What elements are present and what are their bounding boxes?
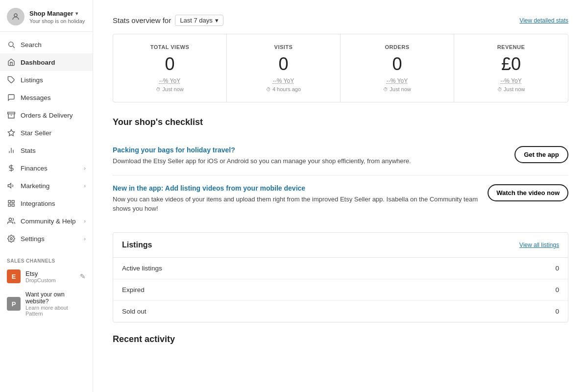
stat-yoy-orders[interactable]: --% YoY	[348, 77, 446, 84]
shop-avatar	[7, 8, 24, 25]
active-listings-value: 0	[555, 265, 559, 272]
svg-rect-11	[8, 200, 11, 203]
listings-title: Listings	[122, 241, 152, 249]
stat-value-total-views: 0	[121, 54, 219, 74]
shop-info: Shop Manager ▾ Your shop is on holiday	[29, 10, 85, 24]
stats-timeframe-dropdown[interactable]: Last 7 days ▾	[175, 15, 223, 26]
stat-card-orders: ORDERS 0 --% YoY ⏱ Just now	[341, 34, 454, 102]
active-listings-label: Active listings	[122, 265, 162, 272]
pattern-logo: P	[7, 297, 21, 311]
pattern-channel-sub: Learn more about Pattern	[25, 305, 86, 317]
listing-row-active: Active listings 0	[113, 258, 568, 279]
people-icon	[7, 217, 16, 225]
sidebar-item-star-seller[interactable]: Star Seller	[0, 124, 93, 142]
get-app-button[interactable]: Get the app	[514, 146, 568, 163]
sidebar: Shop Manager ▾ Your shop is on holiday S…	[0, 0, 93, 392]
view-detailed-stats-link[interactable]: View detailed stats	[519, 17, 568, 24]
sidebar-item-listings[interactable]: Listings	[0, 71, 93, 89]
etsy-channel-sub: DropCustom	[25, 277, 75, 283]
checklist-item-video: New in the app: Add listing videos from …	[113, 175, 568, 222]
sidebar-item-search[interactable]: Search	[0, 36, 93, 53]
stat-card-total-views: TOTAL VIEWS 0 --% YoY ⏱ Just now	[113, 34, 227, 102]
clock-icon: ⏱	[383, 87, 388, 92]
sidebar-item-finances[interactable]: Finances ›	[0, 159, 93, 177]
sidebar-item-stats[interactable]: Stats	[0, 142, 93, 159]
clock-icon: ⏱	[266, 87, 271, 92]
stats-grid: TOTAL VIEWS 0 --% YoY ⏱ Just now VISITS …	[113, 34, 568, 102]
stat-yoy-total-views[interactable]: --% YoY	[121, 77, 219, 84]
bank-icon	[7, 164, 16, 172]
pattern-channel-name: Want your own website?	[25, 291, 86, 305]
stat-yoy-revenue[interactable]: --% YoY	[462, 77, 560, 84]
chevron-right-icon: ›	[84, 218, 86, 224]
chevron-right-icon: ›	[84, 236, 86, 242]
sold-out-value: 0	[555, 308, 559, 315]
listings-header: Listings View all listings	[113, 233, 568, 258]
stats-overview-header: Stats overview for Last 7 days ▾ View de…	[113, 15, 568, 26]
checklist-item-packing-desc: Download the Etsy Seller app for iOS or …	[113, 156, 505, 166]
sidebar-item-messages[interactable]: Messages	[0, 89, 93, 106]
sidebar-item-marketing[interactable]: Marketing ›	[0, 177, 93, 195]
stat-label-visits: VISITS	[235, 44, 332, 50]
pattern-channel-item[interactable]: P Want your own website? Learn more abou…	[0, 287, 93, 320]
stat-value-revenue: £0	[462, 54, 560, 74]
stat-yoy-visits[interactable]: --% YoY	[235, 77, 332, 84]
svg-point-15	[9, 218, 11, 220]
sidebar-item-community[interactable]: Community & Help ›	[0, 212, 93, 230]
chevron-down-icon: ▾	[215, 17, 219, 24]
stat-time-orders: ⏱ Just now	[348, 86, 446, 92]
shop-header[interactable]: Shop Manager ▾ Your shop is on holiday	[0, 0, 93, 32]
svg-rect-13	[8, 204, 11, 206]
listings-section: Listings View all listings Active listin…	[113, 232, 568, 322]
gear-icon	[7, 234, 16, 243]
svg-rect-4	[8, 112, 15, 114]
sidebar-item-orders[interactable]: Orders & Delivery	[0, 106, 93, 124]
listing-row-sold-out: Sold out 0	[113, 301, 568, 322]
etsy-channel-info: Etsy DropCustom	[25, 270, 75, 283]
star-icon	[7, 128, 16, 137]
stat-card-visits: VISITS 0 --% YoY ⏱ 4 hours ago	[227, 34, 341, 102]
svg-line-2	[13, 46, 14, 48]
etsy-channel-item[interactable]: E Etsy DropCustom ✎	[0, 266, 93, 287]
chevron-right-icon: ›	[84, 183, 86, 189]
stat-label-orders: ORDERS	[348, 44, 446, 50]
sidebar-item-integrations[interactable]: Integrations	[0, 195, 93, 212]
checklist-item-video-text: New in the app: Add listing videos from …	[113, 184, 478, 214]
stat-time-revenue: ⏱ Just now	[462, 86, 560, 92]
stat-label-revenue: REVENUE	[462, 44, 560, 50]
svg-marker-6	[8, 129, 14, 136]
clock-icon: ⏱	[156, 87, 161, 92]
chevron-right-icon: ›	[84, 165, 86, 171]
bar-chart-icon	[7, 146, 16, 155]
sales-channels-label: SALES CHANNELS	[0, 251, 93, 266]
checklist-item-video-desc: Now you can take videos of your items an…	[113, 195, 478, 214]
recent-activity-section: Recent activity	[113, 334, 568, 344]
shop-status: Your shop is on holiday	[29, 18, 85, 24]
checklist-item-packing: Packing your bags for holiday travel? Do…	[113, 137, 568, 175]
message-icon	[7, 93, 16, 102]
stat-card-revenue: REVENUE £0 --% YoY ⏱ Just now	[454, 34, 568, 102]
svg-rect-12	[12, 200, 14, 203]
expired-value: 0	[555, 286, 559, 294]
listing-row-expired: Expired 0	[113, 279, 568, 301]
app-container: Shop Manager ▾ Your shop is on holiday S…	[0, 0, 588, 392]
watch-video-button[interactable]: Watch the video now	[488, 184, 568, 201]
sidebar-item-dashboard[interactable]: Dashboard	[0, 53, 93, 71]
search-icon	[7, 40, 16, 49]
grid-icon	[7, 199, 16, 208]
view-all-listings-link[interactable]: View all listings	[519, 242, 559, 248]
checklist-item-packing-title: Packing your bags for holiday travel?	[113, 146, 505, 154]
checklist-item-packing-text: Packing your bags for holiday travel? Do…	[113, 146, 505, 166]
stat-time-total-views: ⏱ Just now	[121, 86, 219, 92]
edit-icon[interactable]: ✎	[80, 272, 86, 280]
sidebar-item-settings[interactable]: Settings ›	[0, 230, 93, 247]
stat-value-visits: 0	[235, 54, 332, 74]
sold-out-label: Sold out	[122, 308, 147, 315]
box-icon	[7, 111, 16, 120]
checklist-section: Your shop's checklist Packing your bags …	[113, 117, 568, 222]
dropdown-arrow-icon: ▾	[75, 11, 78, 16]
svg-point-0	[14, 14, 17, 17]
expired-label: Expired	[122, 286, 145, 294]
nav-list: Search Dashboard	[0, 32, 93, 251]
stat-label-total-views: TOTAL VIEWS	[121, 44, 219, 50]
